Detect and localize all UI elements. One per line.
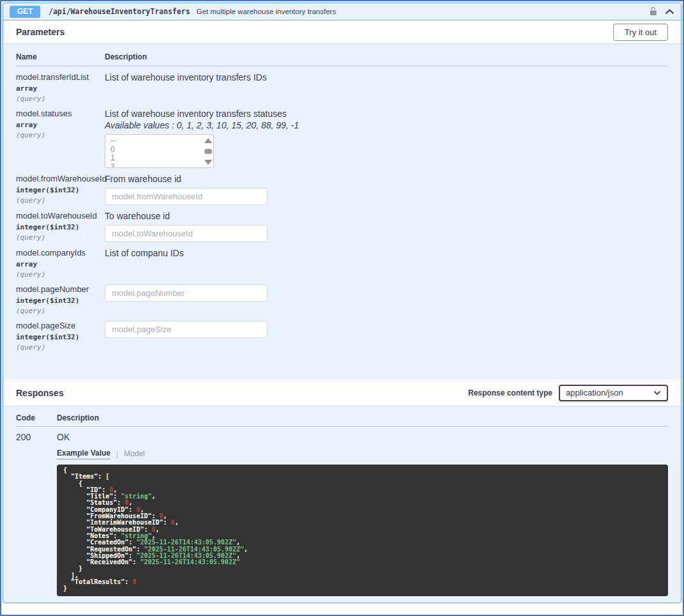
parameter-type: array [16,260,105,268]
scroll-up-icon[interactable] [204,138,212,143]
statuses-multiselect[interactable]: --0123 [105,134,214,168]
responses-table: Code Description 200 OK Example ValueMod… [3,406,681,603]
parameter-type: array [16,121,105,129]
parameter-row: model.toWarehouseId integer($int32) (que… [16,205,668,242]
parameter-row: model.pageSize integer($int32) (query) [16,315,668,351]
parameter-name: model.fromWarehouseId [16,174,105,183]
parameter-location: (query) [16,233,105,242]
endpoint-path: /api/WarehouseInventoryTransfers [49,7,190,16]
parameter-name: model.companyIds [16,248,105,258]
endpoint-summary-text: Get multiple warehouse inventory transfe… [197,8,337,15]
listbox-option[interactable]: 1 [105,154,213,163]
response-content-type-select[interactable]: application/json [559,385,668,401]
tab-divider [117,450,118,458]
listbox-scrollbar[interactable] [202,135,213,167]
listbox-option[interactable]: 2 [105,163,213,169]
model.pageSize-input[interactable] [105,321,268,338]
parameter-location: (query) [16,270,105,279]
chevron-up-icon [665,9,674,15]
parameter-description: List of companu IDs [105,248,668,258]
parameter-name: model.transferIdList [16,72,105,82]
tab-example-value[interactable]: Example Value [57,449,110,459]
parameter-type: integer($int32) [16,223,105,231]
parameter-row: model.fromWarehouseId integer($int32) (q… [16,168,668,205]
response-description: OK [57,432,668,442]
collapse-operation-button[interactable] [665,9,674,15]
tab-model[interactable]: Model [124,449,145,459]
col-header-name: Name [16,52,105,61]
parameter-type: integer($int32) [16,333,105,341]
chevron-down-icon [653,390,661,396]
response-content-type-label: Response content type [468,389,552,397]
parameter-description: From warehouse id [105,174,668,184]
parameters-table-head: Name Description [16,43,668,66]
parameter-type: array [16,84,105,93]
parameter-row: model.transferIdList array (query) List … [16,66,668,103]
model.pageNumber-input[interactable] [105,284,268,302]
parameter-description: List of warehouse inventory transfers st… [105,109,668,119]
parameter-name: model.statuses [16,109,105,118]
model.toWarehouseId-input[interactable] [105,225,268,242]
parameter-location: (query) [16,343,105,351]
responses-table-head: Code Description [16,406,668,427]
parameter-row: model.statuses array (query) List of war… [16,103,668,168]
available-values: Available values : 0, 1, 2, 3, 10, 15, 2… [105,120,668,130]
parameters-section-header: Parameters Try it out [3,20,681,43]
responses-title: Responses [16,388,64,398]
parameter-name: model.pageNumber [16,284,105,294]
parameter-row: model.pageNumber integer($int32) (query) [16,279,668,315]
parameter-description: To warehouse id [105,211,668,221]
example-value-codeblock: { "Items": [ { "ID": 0, "Title": "string… [57,465,668,596]
operation-summary[interactable]: GET /api/WarehouseInventoryTransfers Get… [3,3,681,20]
parameter-location: (query) [16,307,105,315]
http-method-badge: GET [10,6,40,18]
listbox-option[interactable]: -- [105,137,213,146]
unlocked-padlock-icon [648,6,658,17]
scroll-thumb[interactable] [204,149,212,154]
parameter-location: (query) [16,196,105,204]
parameter-location: (query) [16,95,105,103]
operation-block: GET /api/WarehouseInventoryTransfers Get… [3,3,681,603]
parameters-rows: model.transferIdList array (query) List … [16,66,668,351]
auth-lock-button[interactable] [648,6,658,17]
parameter-description: List of warehouse inventory transfers ID… [105,72,668,82]
scroll-down-icon[interactable] [204,160,212,165]
listbox-option[interactable]: 0 [105,146,213,155]
try-it-out-button[interactable]: Try it out [613,24,668,41]
parameters-title: Parameters [16,27,65,37]
response-code: 200 [16,432,57,596]
parameter-name: model.pageSize [16,321,105,330]
response-row: 200 OK Example ValueModel { "Items": [ {… [16,427,668,596]
example-model-tabs: Example ValueModel [57,449,668,459]
parameter-name: model.toWarehouseId [16,211,105,220]
col-header-resp-description: Description [57,413,668,422]
parameter-type: integer($int32) [16,296,105,305]
parameter-location: (query) [16,131,105,139]
parameter-row: model.companyIds array (query) List of c… [16,242,668,279]
response-content-type-value: application/json [566,388,623,397]
responses-rows: 200 OK Example ValueModel { "Items": [ {… [16,427,668,596]
col-header-code: Code [16,413,57,422]
model.fromWarehouseId-input[interactable] [105,188,268,205]
responses-section-header: Responses Response content type applicat… [3,380,681,406]
parameter-type: integer($int32) [16,186,105,194]
parameters-table: Name Description model.transferIdList ar… [3,43,681,380]
col-header-description: Description [105,52,668,61]
